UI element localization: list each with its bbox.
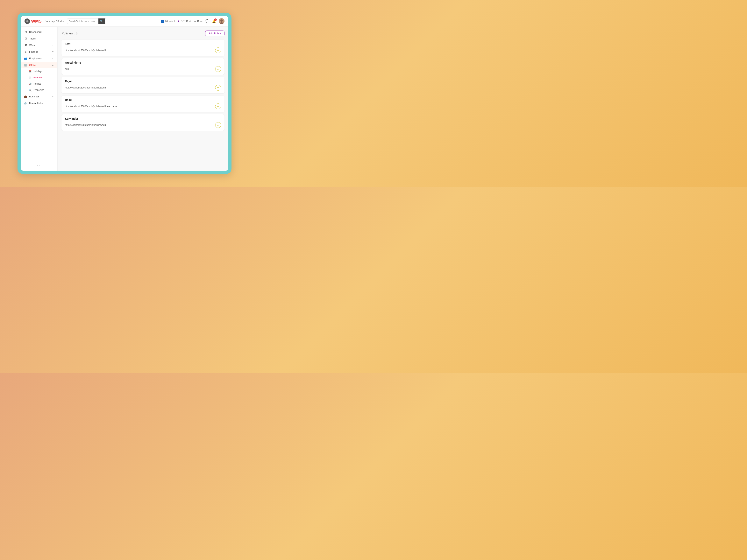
policies-list: Test http://localhost:3000/admin/policie… [61,40,225,131]
logo-text: WMS [31,19,42,24]
sidebar-item-finance[interactable]: $ Finance ▼ [21,48,57,55]
properties-icon: 🔍 [28,88,31,91]
edit-policy-button[interactable]: ✏ [215,103,221,109]
sidebar-label-finance: Finance [29,50,38,53]
links-icon: 🔗 [24,102,27,105]
logo-icon [25,19,30,24]
policy-row: http://localhost:3000/admin/policies/add… [65,103,221,109]
grid-icon: ⊞ [24,30,27,33]
bitbucket-link[interactable]: B Bitbucket [161,20,175,23]
sidebar-item-tasks[interactable]: ☑ Tasks [21,35,57,42]
svg-point-1 [26,20,28,22]
policy-name: Ballu [65,98,221,102]
sidebar-label-tasks: Tasks [29,37,35,40]
sidebar-item-business[interactable]: 💼 Business ▼ [21,93,57,100]
body-layout: ⊞ Dashboard ☑ Tasks 🏗 Work ▼ $ Finance ▼ [21,27,228,171]
sidebar-sub-label-properties: Properties [33,89,44,91]
sidebar-label-dashboard: Dashboard [29,30,42,33]
sidebar-label-office: Office [29,63,36,66]
avatar[interactable] [218,18,225,24]
gpt-link[interactable]: ✦ GPT Chat [177,20,191,23]
policy-card: Kulwinder http://localhost:3000/admin/po… [61,114,225,131]
header-date: Saturday, 16 Mar [45,20,64,23]
outer-card: WMS Saturday, 16 Mar 🔍 B Bitbucket ✦ GPT… [18,12,231,174]
policy-row: http://localhost:3000/admin/policies/add… [65,85,221,90]
business-icon: 💼 [24,95,27,98]
sidebar-label-employees: Employees [29,57,42,60]
header-nav: B Bitbucket ✦ GPT Chat ▲ Drive 💬 🔔 2 [161,18,225,24]
policy-url: http://localhost:3000/admin/policies/add… [65,105,117,108]
logo-area: WMS [25,19,42,24]
policy-row: http://localhost:3000/admin/policies/add… [65,48,221,53]
chevron-down-icon: ▼ [52,57,54,59]
chevron-down-icon: ▼ [52,96,54,98]
gpt-label: GPT Chat [181,20,191,23]
policy-name: Rajni [65,80,221,83]
edit-policy-button[interactable]: ✏ [215,85,221,90]
sidebar-item-dashboard[interactable]: ⊞ Dashboard [21,29,57,35]
notices-icon: 📢 [28,82,31,85]
inner-card: WMS Saturday, 16 Mar 🔍 B Bitbucket ✦ GPT… [21,16,228,171]
edit-policy-button[interactable]: ✏ [215,122,221,128]
policy-card: Rajni http://localhost:3000/admin/polici… [61,77,225,93]
chat-link[interactable]: 💬 [205,19,209,23]
sidebar-item-work[interactable]: 🏗 Work ▼ [21,42,57,48]
policy-name: Gurwinder S [65,61,221,64]
drive-link[interactable]: ▲ Drive [194,20,203,23]
office-icon: 🏢 [24,63,27,66]
sidebar-sub-label-notices: Notices [33,82,41,85]
search-bar: 🔍 [67,18,106,24]
policy-card: Ballu http://localhost:3000/admin/polici… [61,96,225,112]
policy-row: http://localhost:3000/admin/policies/add… [65,122,221,128]
chevron-down-icon: ▼ [52,51,54,53]
drive-icon: ▲ [194,20,196,23]
policy-card: Test http://localhost:3000/admin/policie… [61,40,225,56]
sidebar-label-work: Work [29,44,35,47]
sidebar-sub-holidays[interactable]: 📅 Holidays [21,68,57,75]
bitbucket-icon: B [161,20,164,23]
chat-icon: 💬 [205,19,209,23]
sidebar-sub-label-holidays: Holidays [33,70,43,73]
sidebar-item-office[interactable]: 🏢 Office ▲ [21,62,57,68]
sidebar-sub-notices[interactable]: 📢 Notices [21,81,57,87]
sidebar-item-employees[interactable]: 👥 Employees ▼ [21,55,57,62]
holidays-icon: 📅 [28,70,31,73]
sidebar-sub-label-policies: Policies [33,76,42,79]
employees-icon: 👥 [24,57,27,60]
drive-label: Drive [197,20,203,23]
policy-card: Gurwinder S guri ✏ [61,58,225,75]
edit-policy-button[interactable]: ✏ [215,48,221,53]
policy-name: Kulwinder [65,117,221,120]
notification-badge: 2 [214,19,217,21]
finance-icon: $ [24,50,27,53]
policy-url: http://localhost:3000/admin/policies/add [65,86,106,89]
policy-url: http://localhost:3000/admin/policies/add [65,49,106,52]
bitbucket-label: Bitbucket [165,20,175,23]
tasks-icon: ☑ [24,37,27,40]
policy-url: http://localhost:3000/admin/policies/add [65,124,106,126]
policy-row: guri ✏ [65,66,221,72]
add-policy-button[interactable]: Add Policy [205,30,225,36]
sidebar-sub-properties[interactable]: 🔍 Properties [21,87,57,93]
sidebar-item-useful-links[interactable]: 🔗 Useful Links [21,100,57,106]
svg-point-3 [221,20,223,22]
chevron-up-icon: ▲ [52,64,54,66]
sidebar: ⊞ Dashboard ☑ Tasks 🏗 Work ▼ $ Finance ▼ [21,27,58,171]
sidebar-label-business: Business [29,95,40,98]
policy-name: Test [65,43,221,46]
search-button[interactable]: 🔍 [98,18,105,24]
content-header: Policies : 5 Add Policy [61,30,225,36]
policy-url: guri [65,68,69,71]
policies-title: Policies : 5 [61,31,77,35]
edit-policy-button[interactable]: ✏ [215,66,221,72]
policies-icon: 📋 [28,76,31,79]
header: WMS Saturday, 16 Mar 🔍 B Bitbucket ✦ GPT… [21,16,228,27]
work-icon: 🏗 [24,44,27,47]
gpt-icon: ✦ [177,20,180,23]
main-content: Policies : 5 Add Policy Test http://loca… [58,27,228,171]
chevron-down-icon: ▼ [52,44,54,46]
sidebar-version: 2.3.1 [21,162,57,169]
sidebar-sub-policies[interactable]: 📋 Policies [21,75,57,81]
notification-button[interactable]: 🔔 2 [212,19,216,23]
search-input[interactable] [67,20,98,22]
